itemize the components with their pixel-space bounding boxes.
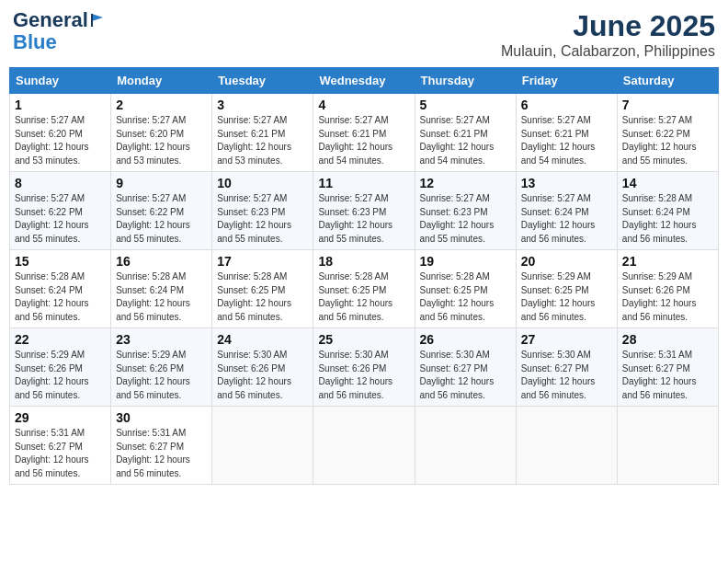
- logo: General Blue: [13, 9, 107, 53]
- col-saturday: Saturday: [617, 68, 718, 94]
- day-number: 26: [420, 332, 511, 347]
- col-thursday: Thursday: [415, 68, 516, 94]
- day-info: Sunrise: 5:29 AM Sunset: 6:26 PM Dayligh…: [622, 270, 713, 324]
- calendar-day-21: 21 Sunrise: 5:29 AM Sunset: 6:26 PM Dayl…: [617, 250, 718, 328]
- day-info: Sunrise: 5:28 AM Sunset: 6:24 PM Dayligh…: [116, 270, 207, 324]
- day-number: 6: [521, 98, 612, 112]
- day-info: Sunrise: 5:27 AM Sunset: 6:23 PM Dayligh…: [217, 192, 308, 246]
- day-number: 23: [116, 332, 207, 347]
- day-number: 3: [217, 98, 308, 112]
- calendar-table: Sunday Monday Tuesday Wednesday Thursday…: [9, 67, 719, 485]
- logo-text-blue: Blue: [13, 31, 57, 53]
- day-info: Sunrise: 5:29 AM Sunset: 6:26 PM Dayligh…: [116, 349, 207, 402]
- calendar-day-8: 8 Sunrise: 5:27 AM Sunset: 6:22 PM Dayli…: [10, 172, 111, 250]
- day-number: 12: [420, 176, 511, 190]
- location-title: Mulauin, Calabarzon, Philippines: [501, 43, 715, 60]
- title-section: June 2025 Mulauin, Calabarzon, Philippin…: [501, 9, 715, 60]
- calendar-day-10: 10 Sunrise: 5:27 AM Sunset: 6:23 PM Dayl…: [212, 172, 313, 250]
- day-info: Sunrise: 5:29 AM Sunset: 6:26 PM Dayligh…: [15, 349, 106, 402]
- day-info: Sunrise: 5:27 AM Sunset: 6:20 PM Dayligh…: [15, 114, 106, 167]
- month-title: June 2025: [501, 9, 715, 43]
- day-number: 14: [622, 176, 713, 190]
- col-monday: Monday: [111, 68, 212, 94]
- day-info: Sunrise: 5:27 AM Sunset: 6:22 PM Dayligh…: [116, 192, 207, 246]
- day-info: Sunrise: 5:27 AM Sunset: 6:21 PM Dayligh…: [318, 114, 409, 167]
- calendar-week-3: 15 Sunrise: 5:28 AM Sunset: 6:24 PM Dayl…: [10, 250, 719, 328]
- calendar-day-18: 18 Sunrise: 5:28 AM Sunset: 6:25 PM Dayl…: [313, 250, 415, 328]
- calendar-empty-cell: [313, 407, 415, 485]
- day-number: 5: [420, 98, 511, 112]
- day-info: Sunrise: 5:30 AM Sunset: 6:26 PM Dayligh…: [318, 349, 409, 402]
- day-info: Sunrise: 5:27 AM Sunset: 6:23 PM Dayligh…: [318, 192, 409, 246]
- calendar-day-1: 1 Sunrise: 5:27 AM Sunset: 6:20 PM Dayli…: [10, 94, 111, 172]
- calendar-day-22: 22 Sunrise: 5:29 AM Sunset: 6:26 PM Dayl…: [10, 328, 111, 407]
- calendar-day-4: 4 Sunrise: 5:27 AM Sunset: 6:21 PM Dayli…: [313, 94, 415, 172]
- svg-rect-1: [91, 14, 93, 27]
- day-number: 27: [521, 332, 612, 347]
- calendar-day-9: 9 Sunrise: 5:27 AM Sunset: 6:22 PM Dayli…: [111, 172, 212, 250]
- day-info: Sunrise: 5:31 AM Sunset: 6:27 PM Dayligh…: [15, 427, 106, 480]
- logo-text-general: General: [13, 9, 88, 31]
- logo-flag-icon: [90, 12, 107, 29]
- day-info: Sunrise: 5:27 AM Sunset: 6:21 PM Dayligh…: [420, 114, 511, 167]
- calendar-day-11: 11 Sunrise: 5:27 AM Sunset: 6:23 PM Dayl…: [313, 172, 415, 250]
- calendar-week-5: 29 Sunrise: 5:31 AM Sunset: 6:27 PM Dayl…: [10, 407, 719, 485]
- day-info: Sunrise: 5:27 AM Sunset: 6:23 PM Dayligh…: [420, 192, 511, 246]
- day-info: Sunrise: 5:29 AM Sunset: 6:25 PM Dayligh…: [521, 270, 612, 324]
- calendar-day-29: 29 Sunrise: 5:31 AM Sunset: 6:27 PM Dayl…: [10, 407, 111, 485]
- col-wednesday: Wednesday: [313, 68, 415, 94]
- day-info: Sunrise: 5:28 AM Sunset: 6:24 PM Dayligh…: [15, 270, 106, 324]
- calendar-empty-cell: [617, 407, 718, 485]
- day-number: 15: [15, 254, 106, 269]
- calendar-day-13: 13 Sunrise: 5:27 AM Sunset: 6:24 PM Dayl…: [516, 172, 617, 250]
- day-number: 17: [217, 254, 308, 269]
- calendar-day-24: 24 Sunrise: 5:30 AM Sunset: 6:26 PM Dayl…: [212, 328, 313, 407]
- calendar-day-3: 3 Sunrise: 5:27 AM Sunset: 6:21 PM Dayli…: [212, 94, 313, 172]
- day-number: 19: [420, 254, 511, 269]
- day-number: 18: [318, 254, 409, 269]
- calendar-empty-cell: [212, 407, 313, 485]
- calendar-week-4: 22 Sunrise: 5:29 AM Sunset: 6:26 PM Dayl…: [10, 328, 719, 407]
- calendar-day-6: 6 Sunrise: 5:27 AM Sunset: 6:21 PM Dayli…: [516, 94, 617, 172]
- day-info: Sunrise: 5:28 AM Sunset: 6:25 PM Dayligh…: [420, 270, 511, 324]
- calendar-day-28: 28 Sunrise: 5:31 AM Sunset: 6:27 PM Dayl…: [617, 328, 718, 407]
- day-info: Sunrise: 5:27 AM Sunset: 6:21 PM Dayligh…: [521, 114, 612, 167]
- day-number: 28: [622, 332, 713, 347]
- day-number: 4: [318, 98, 409, 112]
- day-info: Sunrise: 5:30 AM Sunset: 6:27 PM Dayligh…: [521, 349, 612, 402]
- col-sunday: Sunday: [10, 68, 111, 94]
- svg-marker-0: [92, 14, 103, 21]
- calendar-day-15: 15 Sunrise: 5:28 AM Sunset: 6:24 PM Dayl…: [10, 250, 111, 328]
- calendar-day-23: 23 Sunrise: 5:29 AM Sunset: 6:26 PM Dayl…: [111, 328, 212, 407]
- calendar-empty-cell: [415, 407, 516, 485]
- col-friday: Friday: [516, 68, 617, 94]
- day-info: Sunrise: 5:30 AM Sunset: 6:26 PM Dayligh…: [217, 349, 308, 402]
- calendar-header-row: Sunday Monday Tuesday Wednesday Thursday…: [10, 68, 719, 94]
- day-info: Sunrise: 5:27 AM Sunset: 6:22 PM Dayligh…: [622, 114, 713, 167]
- calendar-day-30: 30 Sunrise: 5:31 AM Sunset: 6:27 PM Dayl…: [111, 407, 212, 485]
- day-info: Sunrise: 5:31 AM Sunset: 6:27 PM Dayligh…: [622, 349, 713, 402]
- calendar-day-26: 26 Sunrise: 5:30 AM Sunset: 6:27 PM Dayl…: [415, 328, 516, 407]
- day-number: 16: [116, 254, 207, 269]
- day-number: 29: [15, 410, 106, 425]
- day-number: 20: [521, 254, 612, 269]
- day-number: 25: [318, 332, 409, 347]
- calendar-day-7: 7 Sunrise: 5:27 AM Sunset: 6:22 PM Dayli…: [617, 94, 718, 172]
- calendar-day-17: 17 Sunrise: 5:28 AM Sunset: 6:25 PM Dayl…: [212, 250, 313, 328]
- calendar-day-19: 19 Sunrise: 5:28 AM Sunset: 6:25 PM Dayl…: [415, 250, 516, 328]
- calendar-day-25: 25 Sunrise: 5:30 AM Sunset: 6:26 PM Dayl…: [313, 328, 415, 407]
- day-info: Sunrise: 5:27 AM Sunset: 6:21 PM Dayligh…: [217, 114, 308, 167]
- day-number: 7: [622, 98, 713, 112]
- day-number: 22: [15, 332, 106, 347]
- day-info: Sunrise: 5:28 AM Sunset: 6:24 PM Dayligh…: [622, 192, 713, 246]
- calendar-day-16: 16 Sunrise: 5:28 AM Sunset: 6:24 PM Dayl…: [111, 250, 212, 328]
- calendar-day-20: 20 Sunrise: 5:29 AM Sunset: 6:25 PM Dayl…: [516, 250, 617, 328]
- day-number: 9: [116, 176, 207, 190]
- day-info: Sunrise: 5:31 AM Sunset: 6:27 PM Dayligh…: [116, 427, 207, 480]
- day-number: 30: [116, 410, 207, 425]
- day-number: 11: [318, 176, 409, 190]
- day-number: 10: [217, 176, 308, 190]
- day-info: Sunrise: 5:28 AM Sunset: 6:25 PM Dayligh…: [217, 270, 308, 324]
- col-tuesday: Tuesday: [212, 68, 313, 94]
- calendar-day-5: 5 Sunrise: 5:27 AM Sunset: 6:21 PM Dayli…: [415, 94, 516, 172]
